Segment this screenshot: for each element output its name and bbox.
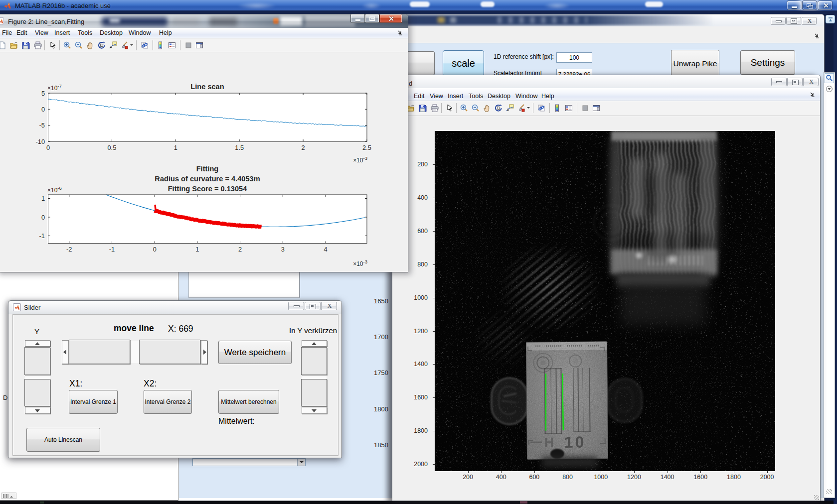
svg-text:Line scan: Line scan [190, 83, 224, 91]
svg-text:-1: -1 [109, 246, 115, 253]
svg-text:×10-3: ×10-3 [353, 155, 367, 164]
svg-text:2: 2 [238, 246, 242, 253]
svg-text:0.5: 0.5 [108, 144, 117, 151]
svg-text:-10: -10 [36, 138, 45, 145]
svg-text:Fitting Score = 0.13054: Fitting Score = 0.13054 [168, 185, 247, 193]
svg-text:Fitting: Fitting [196, 165, 219, 173]
svg-text:2.5: 2.5 [362, 144, 371, 151]
svg-text:0: 0 [46, 144, 50, 151]
svg-text:0: 0 [41, 214, 45, 221]
svg-text:Radius of curvature = 4.4053m: Radius of curvature = 4.4053m [155, 175, 260, 183]
svg-text:1: 1 [195, 246, 199, 253]
svg-text:4: 4 [324, 246, 327, 253]
svg-text:1.5: 1.5 [235, 144, 244, 151]
svg-text:0: 0 [153, 246, 157, 253]
svg-text:×10-7: ×10-7 [47, 83, 62, 92]
svg-text:-5: -5 [39, 122, 45, 129]
svg-text:5: 5 [41, 90, 45, 97]
svg-text:3: 3 [281, 246, 285, 253]
svg-text:1: 1 [174, 144, 177, 151]
svg-text:0: 0 [41, 106, 45, 113]
svg-text:-1: -1 [39, 232, 45, 240]
svg-text:1: 1 [41, 195, 45, 202]
svg-text:×10-3: ×10-3 [353, 259, 367, 267]
svg-text:-2: -2 [66, 246, 72, 253]
svg-text:2: 2 [302, 144, 305, 151]
svg-text:×10-6: ×10-6 [47, 185, 62, 194]
